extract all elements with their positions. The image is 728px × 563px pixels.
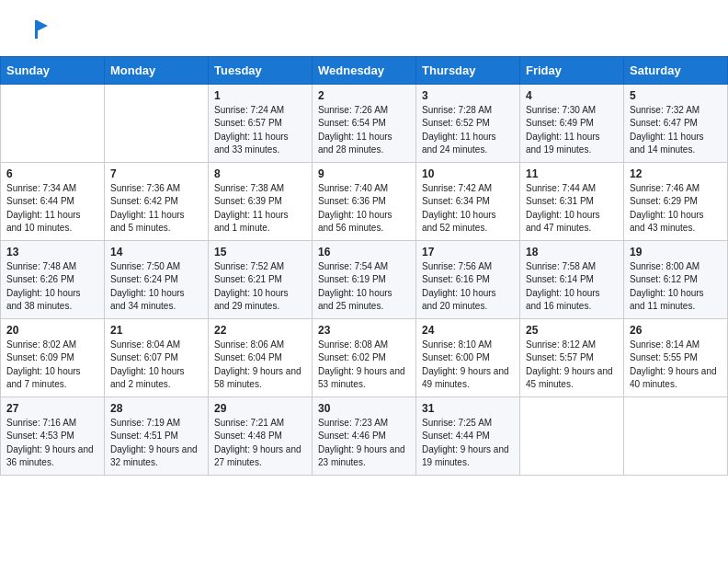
calendar-cell: 28Sunrise: 7:19 AMSunset: 4:51 PMDayligh… bbox=[105, 396, 209, 475]
calendar-cell: 17Sunrise: 7:56 AMSunset: 6:16 PMDayligh… bbox=[416, 240, 520, 318]
day-number: 24 bbox=[422, 324, 514, 337]
day-number: 15 bbox=[214, 246, 306, 259]
calendar-cell bbox=[520, 396, 624, 475]
day-number: 13 bbox=[6, 246, 98, 259]
svg-marker-0 bbox=[37, 20, 48, 31]
calendar-cell: 1Sunrise: 7:24 AMSunset: 6:57 PMDaylight… bbox=[209, 84, 313, 162]
day-detail: Sunrise: 8:12 AMSunset: 5:57 PMDaylight:… bbox=[526, 339, 618, 392]
calendar-row-4: 27Sunrise: 7:16 AMSunset: 4:53 PMDayligh… bbox=[1, 396, 728, 475]
day-detail: Sunrise: 7:54 AMSunset: 6:19 PMDaylight:… bbox=[318, 260, 410, 314]
day-number: 30 bbox=[318, 402, 410, 415]
day-number: 7 bbox=[110, 167, 202, 180]
calendar-cell: 10Sunrise: 7:42 AMSunset: 6:34 PMDayligh… bbox=[416, 162, 520, 240]
day-number: 11 bbox=[526, 167, 618, 180]
weekday-header-friday: Friday bbox=[520, 56, 624, 84]
calendar-page: SundayMondayTuesdayWednesdayThursdayFrid… bbox=[0, 0, 728, 476]
day-detail: Sunrise: 8:14 AMSunset: 5:55 PMDaylight:… bbox=[630, 339, 722, 392]
day-detail: Sunrise: 7:30 AMSunset: 6:49 PMDaylight:… bbox=[526, 104, 618, 157]
weekday-header-saturday: Saturday bbox=[624, 56, 728, 84]
calendar-cell: 13Sunrise: 7:48 AMSunset: 6:26 PMDayligh… bbox=[1, 240, 105, 318]
weekday-header-sunday: Sunday bbox=[1, 56, 105, 84]
day-detail: Sunrise: 7:56 AMSunset: 6:16 PMDaylight:… bbox=[422, 260, 514, 314]
calendar-cell: 21Sunrise: 8:04 AMSunset: 6:07 PMDayligh… bbox=[105, 318, 209, 396]
day-number: 21 bbox=[110, 324, 202, 337]
day-number: 16 bbox=[318, 246, 410, 259]
calendar-cell: 18Sunrise: 7:58 AMSunset: 6:14 PMDayligh… bbox=[520, 240, 624, 318]
day-detail: Sunrise: 7:36 AMSunset: 6:42 PMDaylight:… bbox=[110, 182, 202, 236]
calendar-cell: 22Sunrise: 8:06 AMSunset: 6:04 PMDayligh… bbox=[209, 318, 313, 396]
calendar-cell: 19Sunrise: 8:00 AMSunset: 6:12 PMDayligh… bbox=[624, 240, 728, 318]
day-number: 10 bbox=[422, 167, 514, 180]
day-number: 27 bbox=[6, 402, 98, 415]
header bbox=[0, 0, 728, 56]
calendar-cell: 27Sunrise: 7:16 AMSunset: 4:53 PMDayligh… bbox=[1, 396, 105, 475]
day-detail: Sunrise: 7:24 AMSunset: 6:57 PMDaylight:… bbox=[214, 104, 306, 157]
calendar-cell: 5Sunrise: 7:32 AMSunset: 6:47 PMDaylight… bbox=[624, 84, 728, 162]
day-detail: Sunrise: 8:04 AMSunset: 6:07 PMDaylight:… bbox=[110, 339, 202, 392]
calendar-cell bbox=[624, 396, 728, 475]
day-number: 1 bbox=[214, 89, 306, 102]
day-detail: Sunrise: 8:00 AMSunset: 6:12 PMDaylight:… bbox=[630, 260, 722, 314]
day-detail: Sunrise: 7:19 AMSunset: 4:51 PMDaylight:… bbox=[110, 417, 202, 470]
day-number: 25 bbox=[526, 324, 618, 337]
day-number: 17 bbox=[422, 246, 514, 259]
day-detail: Sunrise: 7:48 AMSunset: 6:26 PMDaylight:… bbox=[6, 260, 98, 314]
calendar-cell: 24Sunrise: 8:10 AMSunset: 6:00 PMDayligh… bbox=[416, 318, 520, 396]
day-number: 23 bbox=[318, 324, 410, 337]
day-number: 4 bbox=[526, 89, 618, 102]
day-number: 3 bbox=[422, 89, 514, 102]
day-detail: Sunrise: 7:25 AMSunset: 4:44 PMDaylight:… bbox=[422, 417, 514, 470]
calendar-cell: 8Sunrise: 7:38 AMSunset: 6:39 PMDaylight… bbox=[209, 162, 313, 240]
day-detail: Sunrise: 8:08 AMSunset: 6:02 PMDaylight:… bbox=[318, 339, 410, 392]
day-number: 8 bbox=[214, 167, 306, 180]
day-number: 19 bbox=[630, 246, 722, 259]
day-number: 5 bbox=[630, 89, 722, 102]
day-number: 14 bbox=[110, 246, 202, 259]
weekday-header-monday: Monday bbox=[105, 56, 209, 84]
day-detail: Sunrise: 7:42 AMSunset: 6:34 PMDaylight:… bbox=[422, 182, 514, 236]
day-detail: Sunrise: 7:38 AMSunset: 6:39 PMDaylight:… bbox=[214, 182, 306, 236]
calendar-cell: 25Sunrise: 8:12 AMSunset: 5:57 PMDayligh… bbox=[520, 318, 624, 396]
calendar-cell: 29Sunrise: 7:21 AMSunset: 4:48 PMDayligh… bbox=[209, 396, 313, 475]
calendar-cell: 16Sunrise: 7:54 AMSunset: 6:19 PMDayligh… bbox=[313, 240, 416, 318]
day-detail: Sunrise: 7:52 AMSunset: 6:21 PMDaylight:… bbox=[214, 260, 306, 314]
day-detail: Sunrise: 7:46 AMSunset: 6:29 PMDaylight:… bbox=[630, 182, 722, 236]
weekday-header-thursday: Thursday bbox=[416, 56, 520, 84]
calendar-cell: 4Sunrise: 7:30 AMSunset: 6:49 PMDaylight… bbox=[520, 84, 624, 162]
calendar-cell: 14Sunrise: 7:50 AMSunset: 6:24 PMDayligh… bbox=[105, 240, 209, 318]
day-detail: Sunrise: 8:06 AMSunset: 6:04 PMDaylight:… bbox=[214, 339, 306, 392]
day-number: 28 bbox=[110, 402, 202, 415]
weekday-header-wednesday: Wednesday bbox=[313, 56, 416, 84]
day-detail: Sunrise: 7:21 AMSunset: 4:48 PMDaylight:… bbox=[214, 417, 306, 470]
day-detail: Sunrise: 7:32 AMSunset: 6:47 PMDaylight:… bbox=[630, 104, 722, 157]
calendar-cell: 26Sunrise: 8:14 AMSunset: 5:55 PMDayligh… bbox=[624, 318, 728, 396]
calendar-cell: 11Sunrise: 7:44 AMSunset: 6:31 PMDayligh… bbox=[520, 162, 624, 240]
calendar-cell bbox=[1, 84, 105, 162]
calendar-row-2: 13Sunrise: 7:48 AMSunset: 6:26 PMDayligh… bbox=[1, 240, 728, 318]
day-detail: Sunrise: 7:50 AMSunset: 6:24 PMDaylight:… bbox=[110, 260, 202, 314]
calendar-cell: 3Sunrise: 7:28 AMSunset: 6:52 PMDaylight… bbox=[416, 84, 520, 162]
calendar-cell: 30Sunrise: 7:23 AMSunset: 4:46 PMDayligh… bbox=[313, 396, 416, 475]
weekday-header-tuesday: Tuesday bbox=[209, 56, 313, 84]
day-detail: Sunrise: 8:02 AMSunset: 6:09 PMDaylight:… bbox=[6, 339, 98, 392]
svg-rect-1 bbox=[35, 20, 38, 39]
day-detail: Sunrise: 7:16 AMSunset: 4:53 PMDaylight:… bbox=[6, 417, 98, 470]
calendar-cell: 7Sunrise: 7:36 AMSunset: 6:42 PMDaylight… bbox=[105, 162, 209, 240]
day-number: 6 bbox=[6, 167, 98, 180]
calendar-cell bbox=[105, 84, 209, 162]
day-detail: Sunrise: 7:40 AMSunset: 6:36 PMDaylight:… bbox=[318, 182, 410, 236]
calendar-row-1: 6Sunrise: 7:34 AMSunset: 6:44 PMDaylight… bbox=[1, 162, 728, 240]
weekday-header-row: SundayMondayTuesdayWednesdayThursdayFrid… bbox=[1, 56, 728, 84]
logo-flag-icon bbox=[24, 17, 50, 42]
calendar-cell: 12Sunrise: 7:46 AMSunset: 6:29 PMDayligh… bbox=[624, 162, 728, 240]
calendar-row-0: 1Sunrise: 7:24 AMSunset: 6:57 PMDaylight… bbox=[1, 84, 728, 162]
calendar-cell: 31Sunrise: 7:25 AMSunset: 4:44 PMDayligh… bbox=[416, 396, 520, 475]
day-number: 2 bbox=[318, 89, 410, 102]
calendar-cell: 6Sunrise: 7:34 AMSunset: 6:44 PMDaylight… bbox=[1, 162, 105, 240]
calendar-cell: 23Sunrise: 8:08 AMSunset: 6:02 PMDayligh… bbox=[313, 318, 416, 396]
calendar-cell: 20Sunrise: 8:02 AMSunset: 6:09 PMDayligh… bbox=[1, 318, 105, 396]
calendar-row-3: 20Sunrise: 8:02 AMSunset: 6:09 PMDayligh… bbox=[1, 318, 728, 396]
day-number: 22 bbox=[214, 324, 306, 337]
day-detail: Sunrise: 7:23 AMSunset: 4:46 PMDaylight:… bbox=[318, 417, 410, 470]
day-detail: Sunrise: 7:28 AMSunset: 6:52 PMDaylight:… bbox=[422, 104, 514, 157]
